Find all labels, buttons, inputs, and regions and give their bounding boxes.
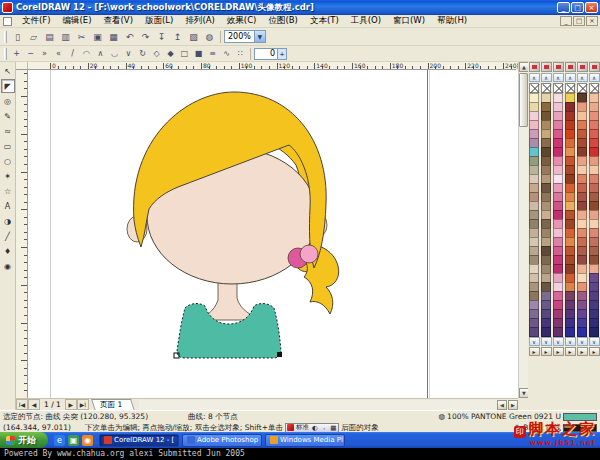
vertical-scrollbar[interactable]: ▲ ▼ (518, 62, 528, 398)
palette-scroll-down-icon[interactable]: ∨ (529, 337, 540, 346)
corel-online-icon[interactable]: ◍ (202, 29, 217, 44)
show-desktop-icon[interactable]: ▣ (68, 435, 79, 446)
scroll-right-icon[interactable]: ▶ (508, 400, 518, 410)
color-swatch[interactable] (553, 327, 563, 337)
cut-icon[interactable]: ✂ (74, 29, 89, 44)
palette-scroll-up-icon[interactable]: ∧ (553, 73, 564, 82)
ime-keyboard-icon[interactable]: ▦ (329, 424, 337, 432)
first-page-button[interactable]: I◀ (16, 399, 28, 410)
cusp-node-icon[interactable]: ∧ (94, 47, 107, 60)
ime-language-bar[interactable]: 标准 ◐ ， ▦ (285, 423, 339, 433)
palette-expand-icon[interactable]: ▸ (589, 347, 600, 356)
app-launcher-icon[interactable]: ▧ (186, 29, 201, 44)
rectangle-tool[interactable]: ▭ (1, 139, 15, 153)
palette-expand-icon[interactable]: ▸ (553, 347, 564, 356)
ime-mode-label[interactable]: 标准 (295, 423, 310, 432)
ime-punctuation-icon[interactable]: ， (320, 423, 329, 432)
elastic-mode-icon[interactable]: ∿ (220, 47, 233, 60)
text-tool[interactable]: A (1, 199, 15, 213)
redo-icon[interactable]: ↷ (138, 29, 153, 44)
smart-drawing-tool[interactable]: ≈ (1, 124, 15, 138)
doc-minimize-button[interactable]: _ (560, 16, 572, 26)
prev-page-button[interactable]: ◀ (28, 399, 40, 410)
palette-scroll-down-icon[interactable]: ∨ (541, 337, 552, 346)
color-swatch[interactable] (565, 327, 575, 337)
save-icon[interactable]: ▤ (42, 29, 57, 44)
horizontal-scrollbar[interactable]: ◀ ▶ (139, 400, 518, 410)
open-icon[interactable]: ▱ (26, 29, 41, 44)
menu-item-2[interactable]: 查看(V) (98, 15, 139, 27)
no-color-swatch[interactable] (565, 83, 575, 93)
media-quicklaunch-icon[interactable]: ◉ (82, 435, 93, 446)
spinner-plus-icon[interactable]: + (277, 49, 286, 59)
no-color-swatch[interactable] (529, 83, 539, 93)
join-nodes-icon[interactable]: » (38, 47, 51, 60)
minimize-button[interactable]: _ (557, 2, 570, 13)
palette-icon[interactable] (553, 62, 564, 72)
new-document-icon[interactable]: ▯ (10, 29, 25, 44)
palette-icon[interactable] (577, 62, 588, 72)
ie-quicklaunch-icon[interactable]: e (54, 435, 65, 446)
paste-icon[interactable]: ▦ (106, 29, 121, 44)
close-button[interactable]: × (585, 2, 598, 13)
palette-scroll-up-icon[interactable]: ∧ (577, 73, 588, 82)
palette-expand-icon[interactable]: ▸ (565, 347, 576, 356)
palette-expand-icon[interactable]: ▸ (529, 347, 540, 356)
vertical-ruler[interactable]: 2202001801601401201008060 (16, 70, 28, 398)
horizontal-ruler[interactable]: 020406080100120140160180200220240 (28, 62, 518, 70)
page-tab[interactable]: 页面 1 (91, 399, 135, 411)
ellipse-tool[interactable]: ○ (1, 154, 15, 168)
reverse-direction-icon[interactable]: ↻ (136, 47, 149, 60)
symmetric-node-icon[interactable]: ∨ (122, 47, 135, 60)
to-curve-icon[interactable]: ◠ (80, 47, 93, 60)
eyedropper-tool[interactable]: ╱ (1, 229, 15, 243)
menu-item-8[interactable]: 工具(O) (345, 15, 387, 27)
interactive-blend-tool[interactable]: ◑ (1, 214, 15, 228)
menu-item-0[interactable]: 文件(F) (16, 15, 57, 27)
palette-scroll-down-icon[interactable]: ∨ (577, 337, 588, 346)
export-icon[interactable]: ↥ (170, 29, 185, 44)
menu-item-9[interactable]: 窗口(W) (387, 15, 431, 27)
palette-scroll-down-icon[interactable]: ∨ (553, 337, 564, 346)
pick-tool[interactable]: ↖ (1, 64, 15, 78)
palette-scroll-down-icon[interactable]: ∨ (565, 337, 576, 346)
palette-scroll-up-icon[interactable]: ∧ (565, 73, 576, 82)
shape-tool[interactable]: ◤ (1, 79, 15, 93)
no-color-swatch[interactable] (541, 83, 551, 93)
task-button-1[interactable]: Adobe Photoshop (182, 434, 262, 447)
curve-smoothness-spinner[interactable]: 0 + (254, 48, 287, 60)
palette-scroll-down-icon[interactable]: ∨ (589, 337, 600, 346)
menu-item-1[interactable]: 编辑(E) (57, 15, 98, 27)
delete-node-icon[interactable]: − (24, 47, 37, 60)
task-button-0[interactable]: CorelDRAW 12 - [ (99, 434, 179, 447)
to-line-icon[interactable]: / (66, 47, 79, 60)
menu-item-4[interactable]: 排列(A) (179, 15, 220, 27)
palette-expand-icon[interactable]: ▸ (541, 347, 552, 356)
outline-tool[interactable]: ♦ (1, 244, 15, 258)
smooth-node-icon[interactable]: ◡ (108, 47, 121, 60)
color-swatch[interactable] (529, 327, 539, 337)
align-nodes-icon[interactable]: ≡ (206, 47, 219, 60)
no-color-swatch[interactable] (553, 83, 563, 93)
last-page-button[interactable]: ▶I (77, 399, 89, 410)
menu-item-5[interactable]: 效果(C) (221, 15, 263, 27)
menu-item-10[interactable]: 帮助(H) (431, 15, 473, 27)
copy-icon[interactable]: ▣ (90, 29, 105, 44)
polygon-tool[interactable]: ✶ (1, 169, 15, 183)
undo-icon[interactable]: ↶ (122, 29, 137, 44)
palette-icon[interactable] (541, 62, 552, 72)
palette-expand-icon[interactable]: ▸ (577, 347, 588, 356)
no-color-swatch[interactable] (589, 83, 599, 93)
select-all-nodes-icon[interactable]: ∷ (234, 47, 247, 60)
ime-logo-icon[interactable] (287, 424, 294, 431)
shirt-node-right[interactable] (277, 352, 282, 357)
menu-item-6[interactable]: 位图(B) (262, 15, 303, 27)
color-swatch[interactable] (589, 327, 599, 337)
print-icon[interactable]: ▥ (58, 29, 73, 44)
zoom-level-combo[interactable]: 200% ▼ (224, 30, 266, 43)
menu-item-7[interactable]: 文本(T) (304, 15, 345, 27)
palette-scroll-up-icon[interactable]: ∧ (589, 73, 600, 82)
basic-shapes-tool[interactable]: ☆ (1, 184, 15, 198)
stretch-nodes-icon[interactable]: □ (178, 47, 191, 60)
palette-scroll-up-icon[interactable]: ∧ (541, 73, 552, 82)
